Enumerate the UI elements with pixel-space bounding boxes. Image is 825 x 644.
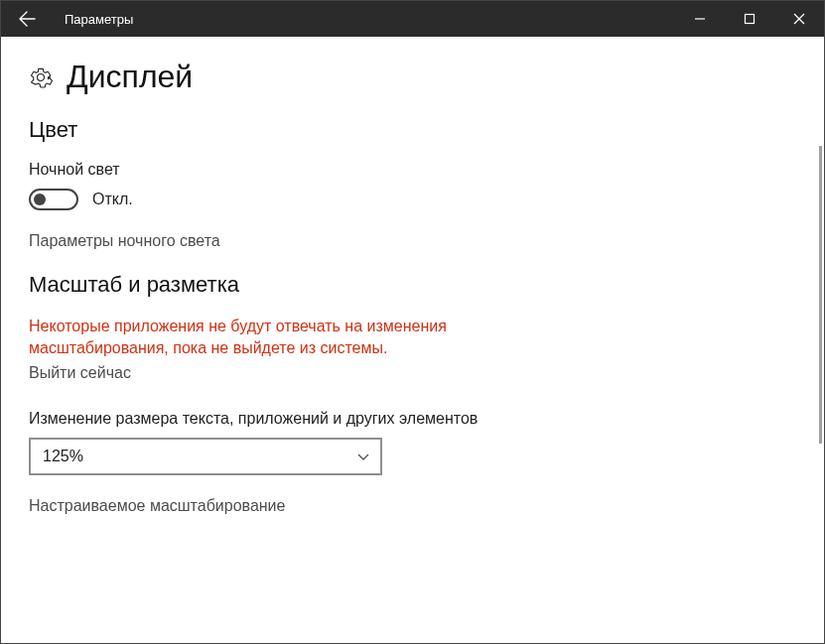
scale-select[interactable]: 125%	[29, 438, 382, 475]
scrollbar[interactable]	[819, 146, 822, 444]
window-title: Параметры	[53, 12, 133, 27]
custom-scaling-link[interactable]: Настраиваемое масштабирование	[29, 497, 786, 515]
toggle-state-text: Откл.	[92, 191, 133, 208]
maximize-icon	[744, 13, 756, 25]
night-light-toggle-row: Откл.	[29, 189, 786, 210]
back-arrow-icon	[18, 10, 36, 28]
section-color: Цвет	[29, 117, 786, 143]
maximize-button[interactable]	[725, 1, 774, 37]
title-bar: Параметры	[1, 1, 824, 37]
resize-label: Изменение размера текста, приложений и д…	[29, 410, 786, 428]
minimize-icon	[694, 13, 706, 25]
chevron-down-icon	[356, 450, 370, 463]
svg-rect-1	[746, 15, 755, 24]
gear-icon	[29, 65, 53, 89]
page-title: Дисплей	[67, 59, 193, 95]
content-area: Дисплей Цвет Ночной свет Откл. Параметры…	[1, 37, 824, 643]
night-light-toggle[interactable]	[29, 189, 78, 210]
close-icon	[793, 13, 805, 25]
minimize-button[interactable]	[675, 1, 725, 37]
back-button[interactable]	[1, 1, 53, 37]
scale-warning: Некоторые приложения не будут отвечать н…	[29, 316, 585, 360]
toggle-knob	[34, 193, 46, 205]
scale-selected-value: 125%	[43, 448, 83, 465]
night-light-label: Ночной свет	[29, 161, 786, 179]
night-light-settings-link[interactable]: Параметры ночного света	[29, 232, 786, 250]
sign-out-now-link[interactable]: Выйти сейчас	[29, 364, 786, 382]
scroll-area: Дисплей Цвет Ночной свет Откл. Параметры…	[1, 37, 814, 643]
close-button[interactable]	[774, 1, 824, 37]
section-scale: Масштаб и разметка	[29, 272, 786, 298]
page-header: Дисплей	[29, 59, 786, 95]
window-controls	[675, 1, 824, 37]
